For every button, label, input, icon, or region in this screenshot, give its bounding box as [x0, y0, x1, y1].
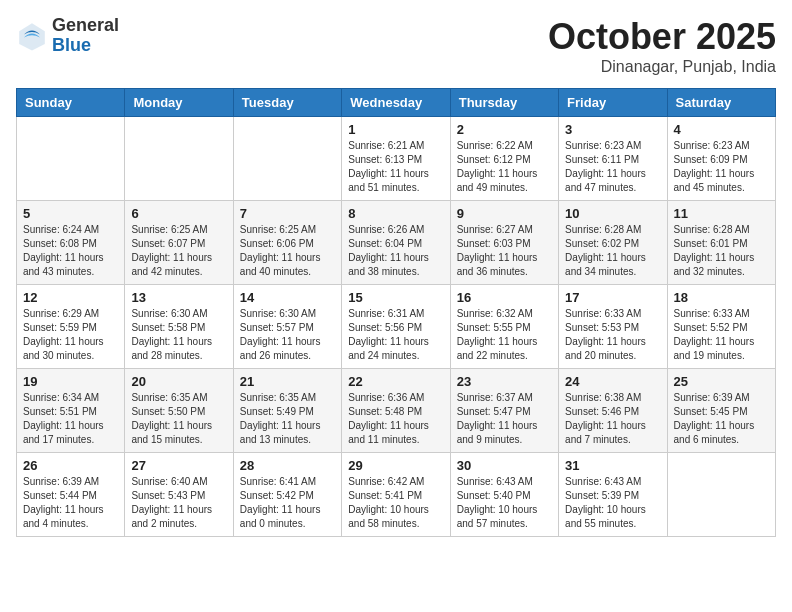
calendar-cell: 29Sunrise: 6:42 AM Sunset: 5:41 PM Dayli… — [342, 453, 450, 537]
day-info: Sunrise: 6:35 AM Sunset: 5:49 PM Dayligh… — [240, 391, 335, 447]
logo: General Blue — [16, 16, 119, 56]
day-number: 25 — [674, 374, 769, 389]
day-number: 19 — [23, 374, 118, 389]
day-number: 23 — [457, 374, 552, 389]
day-info: Sunrise: 6:22 AM Sunset: 6:12 PM Dayligh… — [457, 139, 552, 195]
calendar-cell: 18Sunrise: 6:33 AM Sunset: 5:52 PM Dayli… — [667, 285, 775, 369]
day-number: 5 — [23, 206, 118, 221]
calendar-cell: 25Sunrise: 6:39 AM Sunset: 5:45 PM Dayli… — [667, 369, 775, 453]
day-info: Sunrise: 6:33 AM Sunset: 5:53 PM Dayligh… — [565, 307, 660, 363]
day-number: 27 — [131, 458, 226, 473]
calendar-cell: 17Sunrise: 6:33 AM Sunset: 5:53 PM Dayli… — [559, 285, 667, 369]
day-info: Sunrise: 6:24 AM Sunset: 6:08 PM Dayligh… — [23, 223, 118, 279]
day-info: Sunrise: 6:37 AM Sunset: 5:47 PM Dayligh… — [457, 391, 552, 447]
calendar-cell — [233, 117, 341, 201]
month-title: October 2025 — [548, 16, 776, 58]
day-info: Sunrise: 6:25 AM Sunset: 6:06 PM Dayligh… — [240, 223, 335, 279]
calendar-cell — [667, 453, 775, 537]
day-info: Sunrise: 6:31 AM Sunset: 5:56 PM Dayligh… — [348, 307, 443, 363]
calendar-cell: 26Sunrise: 6:39 AM Sunset: 5:44 PM Dayli… — [17, 453, 125, 537]
calendar-cell: 24Sunrise: 6:38 AM Sunset: 5:46 PM Dayli… — [559, 369, 667, 453]
day-info: Sunrise: 6:40 AM Sunset: 5:43 PM Dayligh… — [131, 475, 226, 531]
calendar-cell — [17, 117, 125, 201]
day-number: 11 — [674, 206, 769, 221]
calendar-cell: 8Sunrise: 6:26 AM Sunset: 6:04 PM Daylig… — [342, 201, 450, 285]
calendar-cell: 16Sunrise: 6:32 AM Sunset: 5:55 PM Dayli… — [450, 285, 558, 369]
calendar-week-1: 1Sunrise: 6:21 AM Sunset: 6:13 PM Daylig… — [17, 117, 776, 201]
day-header-thursday: Thursday — [450, 89, 558, 117]
day-info: Sunrise: 6:36 AM Sunset: 5:48 PM Dayligh… — [348, 391, 443, 447]
calendar-cell: 14Sunrise: 6:30 AM Sunset: 5:57 PM Dayli… — [233, 285, 341, 369]
calendar-week-2: 5Sunrise: 6:24 AM Sunset: 6:08 PM Daylig… — [17, 201, 776, 285]
day-info: Sunrise: 6:42 AM Sunset: 5:41 PM Dayligh… — [348, 475, 443, 531]
day-header-monday: Monday — [125, 89, 233, 117]
day-number: 3 — [565, 122, 660, 137]
calendar-cell: 1Sunrise: 6:21 AM Sunset: 6:13 PM Daylig… — [342, 117, 450, 201]
day-info: Sunrise: 6:39 AM Sunset: 5:45 PM Dayligh… — [674, 391, 769, 447]
calendar-week-5: 26Sunrise: 6:39 AM Sunset: 5:44 PM Dayli… — [17, 453, 776, 537]
day-number: 20 — [131, 374, 226, 389]
day-number: 31 — [565, 458, 660, 473]
calendar-cell: 5Sunrise: 6:24 AM Sunset: 6:08 PM Daylig… — [17, 201, 125, 285]
day-number: 12 — [23, 290, 118, 305]
day-number: 8 — [348, 206, 443, 221]
day-info: Sunrise: 6:26 AM Sunset: 6:04 PM Dayligh… — [348, 223, 443, 279]
day-number: 28 — [240, 458, 335, 473]
day-info: Sunrise: 6:41 AM Sunset: 5:42 PM Dayligh… — [240, 475, 335, 531]
calendar-cell: 22Sunrise: 6:36 AM Sunset: 5:48 PM Dayli… — [342, 369, 450, 453]
logo-icon — [16, 20, 48, 52]
day-info: Sunrise: 6:23 AM Sunset: 6:09 PM Dayligh… — [674, 139, 769, 195]
calendar-cell: 4Sunrise: 6:23 AM Sunset: 6:09 PM Daylig… — [667, 117, 775, 201]
day-number: 15 — [348, 290, 443, 305]
calendar-cell: 13Sunrise: 6:30 AM Sunset: 5:58 PM Dayli… — [125, 285, 233, 369]
calendar-cell: 23Sunrise: 6:37 AM Sunset: 5:47 PM Dayli… — [450, 369, 558, 453]
day-number: 18 — [674, 290, 769, 305]
calendar-cell: 31Sunrise: 6:43 AM Sunset: 5:39 PM Dayli… — [559, 453, 667, 537]
day-number: 9 — [457, 206, 552, 221]
day-number: 22 — [348, 374, 443, 389]
day-info: Sunrise: 6:35 AM Sunset: 5:50 PM Dayligh… — [131, 391, 226, 447]
day-number: 2 — [457, 122, 552, 137]
calendar-cell: 3Sunrise: 6:23 AM Sunset: 6:11 PM Daylig… — [559, 117, 667, 201]
day-header-tuesday: Tuesday — [233, 89, 341, 117]
calendar-cell: 11Sunrise: 6:28 AM Sunset: 6:01 PM Dayli… — [667, 201, 775, 285]
svg-marker-0 — [19, 23, 45, 50]
day-info: Sunrise: 6:30 AM Sunset: 5:58 PM Dayligh… — [131, 307, 226, 363]
day-info: Sunrise: 6:34 AM Sunset: 5:51 PM Dayligh… — [23, 391, 118, 447]
day-number: 7 — [240, 206, 335, 221]
day-header-friday: Friday — [559, 89, 667, 117]
page-header: General Blue October 2025 Dinanagar, Pun… — [16, 16, 776, 76]
day-info: Sunrise: 6:23 AM Sunset: 6:11 PM Dayligh… — [565, 139, 660, 195]
calendar-cell: 2Sunrise: 6:22 AM Sunset: 6:12 PM Daylig… — [450, 117, 558, 201]
day-number: 14 — [240, 290, 335, 305]
calendar-cell: 9Sunrise: 6:27 AM Sunset: 6:03 PM Daylig… — [450, 201, 558, 285]
day-number: 1 — [348, 122, 443, 137]
calendar-cell: 15Sunrise: 6:31 AM Sunset: 5:56 PM Dayli… — [342, 285, 450, 369]
day-info: Sunrise: 6:43 AM Sunset: 5:39 PM Dayligh… — [565, 475, 660, 531]
day-info: Sunrise: 6:21 AM Sunset: 6:13 PM Dayligh… — [348, 139, 443, 195]
calendar-cell: 7Sunrise: 6:25 AM Sunset: 6:06 PM Daylig… — [233, 201, 341, 285]
day-header-wednesday: Wednesday — [342, 89, 450, 117]
calendar-cell: 12Sunrise: 6:29 AM Sunset: 5:59 PM Dayli… — [17, 285, 125, 369]
day-number: 10 — [565, 206, 660, 221]
calendar-cell: 27Sunrise: 6:40 AM Sunset: 5:43 PM Dayli… — [125, 453, 233, 537]
calendar-cell: 21Sunrise: 6:35 AM Sunset: 5:49 PM Dayli… — [233, 369, 341, 453]
day-info: Sunrise: 6:32 AM Sunset: 5:55 PM Dayligh… — [457, 307, 552, 363]
calendar-cell — [125, 117, 233, 201]
day-info: Sunrise: 6:33 AM Sunset: 5:52 PM Dayligh… — [674, 307, 769, 363]
calendar-cell: 28Sunrise: 6:41 AM Sunset: 5:42 PM Dayli… — [233, 453, 341, 537]
calendar-cell: 20Sunrise: 6:35 AM Sunset: 5:50 PM Dayli… — [125, 369, 233, 453]
day-info: Sunrise: 6:25 AM Sunset: 6:07 PM Dayligh… — [131, 223, 226, 279]
calendar-week-3: 12Sunrise: 6:29 AM Sunset: 5:59 PM Dayli… — [17, 285, 776, 369]
day-number: 13 — [131, 290, 226, 305]
day-number: 16 — [457, 290, 552, 305]
location: Dinanagar, Punjab, India — [548, 58, 776, 76]
day-info: Sunrise: 6:38 AM Sunset: 5:46 PM Dayligh… — [565, 391, 660, 447]
day-number: 4 — [674, 122, 769, 137]
day-number: 24 — [565, 374, 660, 389]
day-info: Sunrise: 6:43 AM Sunset: 5:40 PM Dayligh… — [457, 475, 552, 531]
day-info: Sunrise: 6:28 AM Sunset: 6:02 PM Dayligh… — [565, 223, 660, 279]
day-number: 6 — [131, 206, 226, 221]
calendar-cell: 6Sunrise: 6:25 AM Sunset: 6:07 PM Daylig… — [125, 201, 233, 285]
day-header-sunday: Sunday — [17, 89, 125, 117]
